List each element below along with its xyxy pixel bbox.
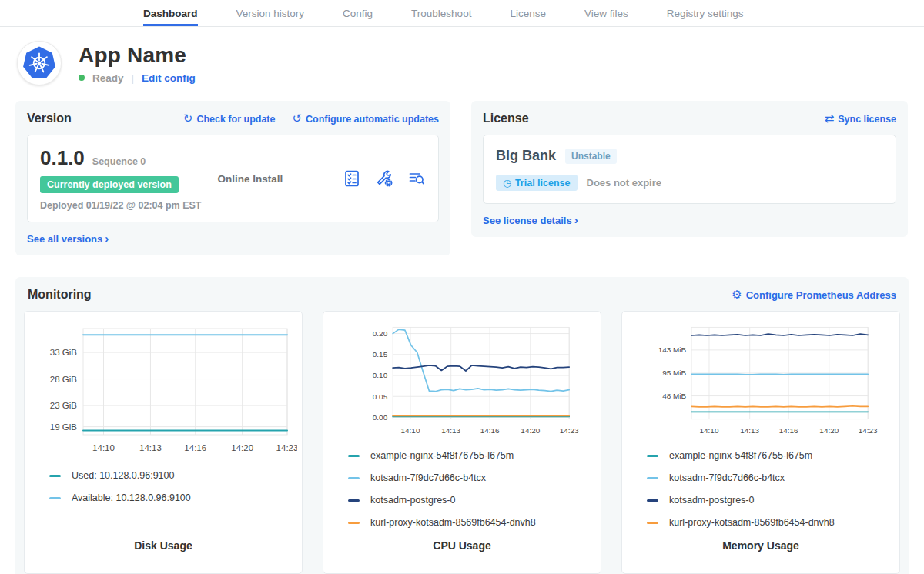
version-number: 0.1.0 xyxy=(40,146,85,170)
disk-usage-chart: 19 GiB23 GiB28 GiB33 GiB14:1014:1314:161… xyxy=(29,319,297,467)
license-card-title: License xyxy=(483,112,529,125)
license-card: License ⇄Sync license Big Bank Unstable … xyxy=(471,101,908,237)
gear-icon: ⚙ xyxy=(732,288,742,301)
chevron-right-icon: › xyxy=(105,232,109,245)
deployed-timestamp: Deployed 01/19/22 @ 02:04 pm EST xyxy=(40,200,217,211)
legend-item: Used: 10.128.0.96:9100 xyxy=(49,470,297,481)
edit-config-wrench-icon[interactable] xyxy=(375,169,393,188)
svg-text:28 GiB: 28 GiB xyxy=(50,375,77,384)
trial-license-badge: ◷Trial license xyxy=(496,175,578,191)
configure-auto-updates-link[interactable]: ↺Configure automatic updates xyxy=(292,112,439,125)
svg-text:95 MiB: 95 MiB xyxy=(662,369,686,377)
monitoring-title: Monitoring xyxy=(28,288,92,302)
svg-text:0.20: 0.20 xyxy=(373,329,388,338)
svg-text:14:16: 14:16 xyxy=(184,443,206,452)
legend-item: kotsadm-postgres-0 xyxy=(647,495,895,506)
see-license-details-link[interactable]: See license details› xyxy=(483,215,578,226)
legend-color-dash xyxy=(647,522,658,524)
legend-item: kotsadm-7f9dc7d66c-b4tcx xyxy=(647,472,895,483)
channel-badge: Unstable xyxy=(565,149,617,164)
cpu-usage-chart-card: 0.000.050.100.150.2014:1014:1314:1614:20… xyxy=(323,311,601,574)
legend-label: kurl-proxy-kotsadm-8569fb6454-dnvh8 xyxy=(370,517,536,528)
refresh-icon: ↻ xyxy=(183,112,193,125)
edit-config-link[interactable]: Edit config xyxy=(142,72,196,84)
memory-usage-chart: 48 MiB95 MiB143 MiB14:1014:1314:1614:201… xyxy=(627,319,895,447)
svg-text:14:20: 14:20 xyxy=(521,426,540,435)
svg-text:143 MiB: 143 MiB xyxy=(658,345,687,354)
top-tab-bar: Dashboard Version history Config Trouble… xyxy=(0,0,924,27)
deploy-logs-icon[interactable] xyxy=(407,169,426,188)
legend-item: kurl-proxy-kotsadm-8569fb6454-dnvh8 xyxy=(348,517,596,528)
legend-label: Available: 10.128.0.96:9100 xyxy=(72,492,191,503)
svg-text:14:16: 14:16 xyxy=(779,426,798,435)
check-for-update-link[interactable]: ↻Check for update xyxy=(183,112,276,125)
see-all-versions-link[interactable]: See all versions› xyxy=(27,233,109,245)
svg-text:0.00: 0.00 xyxy=(373,413,388,422)
preflight-checks-icon[interactable] xyxy=(343,169,361,188)
legend-color-dash xyxy=(49,475,61,477)
svg-text:14:20: 14:20 xyxy=(819,426,839,435)
divider: | xyxy=(132,72,135,84)
tab-license[interactable]: License xyxy=(510,0,546,26)
tab-config[interactable]: Config xyxy=(343,0,373,26)
disk-usage-legend: Used: 10.128.0.96:9100Available: 10.128.… xyxy=(29,467,297,539)
chart-title: CPU Usage xyxy=(328,539,596,562)
svg-text:14:13: 14:13 xyxy=(740,426,759,435)
kubernetes-icon xyxy=(22,45,57,81)
sync-arrows-icon: ⇄ xyxy=(825,112,835,125)
svg-text:23 GiB: 23 GiB xyxy=(50,401,77,410)
legend-label: kotsadm-7f9dc7d66c-b4tcx xyxy=(370,472,486,483)
legend-item: example-nginx-54f8f76755-l675m xyxy=(647,450,895,461)
cpu-usage-chart: 0.000.050.100.150.2014:1014:1314:1614:20… xyxy=(328,319,596,447)
chart-title: Memory Usage xyxy=(627,539,895,562)
install-type-label: Online Install xyxy=(217,173,343,185)
cpu-usage-legend: example-nginx-54f8f76755-l675mkotsadm-7f… xyxy=(328,447,596,539)
legend-item: example-nginx-54f8f76755-l675m xyxy=(348,450,596,461)
svg-text:0.10: 0.10 xyxy=(373,371,388,379)
legend-item: Available: 10.128.0.96:9100 xyxy=(49,492,297,503)
version-card-title: Version xyxy=(27,112,72,125)
svg-text:33 GiB: 33 GiB xyxy=(50,348,77,357)
disk-usage-chart-card: 19 GiB23 GiB28 GiB33 GiB14:1014:1314:161… xyxy=(24,311,303,574)
svg-text:14:16: 14:16 xyxy=(480,426,500,435)
sequence-label: Sequence 0 xyxy=(92,156,146,167)
svg-text:14:23: 14:23 xyxy=(276,443,297,452)
legend-color-dash xyxy=(348,477,360,479)
configure-prometheus-link[interactable]: ⚙Configure Prometheus Address xyxy=(732,288,896,302)
app-header: App Name Ready | Edit config xyxy=(0,27,924,93)
memory-usage-chart-card: 48 MiB95 MiB143 MiB14:1014:1314:1614:201… xyxy=(621,311,900,574)
legend-color-dash xyxy=(348,522,360,524)
status-text: Ready xyxy=(92,72,124,84)
tab-view-files[interactable]: View files xyxy=(584,0,628,26)
tab-troubleshoot[interactable]: Troubleshoot xyxy=(411,0,471,26)
legend-color-dash xyxy=(348,499,360,502)
tab-dashboard[interactable]: Dashboard xyxy=(143,0,198,26)
sync-license-link[interactable]: ⇄Sync license xyxy=(825,112,896,125)
monitoring-section: Monitoring ⚙Configure Prometheus Address… xyxy=(15,277,909,574)
chart-title: Disk Usage xyxy=(29,539,297,562)
license-expiry: Does not expire xyxy=(587,177,662,189)
svg-text:19 GiB: 19 GiB xyxy=(50,422,77,432)
svg-text:14:10: 14:10 xyxy=(401,426,420,435)
legend-color-dash xyxy=(348,455,360,457)
svg-text:14:13: 14:13 xyxy=(139,443,162,452)
legend-color-dash xyxy=(49,497,61,499)
app-logo xyxy=(17,41,62,85)
status-dot xyxy=(79,75,85,81)
tab-version-history[interactable]: Version history xyxy=(236,0,305,26)
tab-registry-settings[interactable]: Registry settings xyxy=(667,0,744,26)
svg-text:14:23: 14:23 xyxy=(560,426,579,435)
svg-text:0.15: 0.15 xyxy=(373,350,388,359)
legend-label: example-nginx-54f8f76755-l675m xyxy=(669,450,812,461)
svg-text:14:13: 14:13 xyxy=(441,426,460,435)
svg-text:14:23: 14:23 xyxy=(859,426,878,435)
legend-color-dash xyxy=(647,499,658,502)
legend-item: kotsadm-postgres-0 xyxy=(348,495,596,506)
legend-label: example-nginx-54f8f76755-l675m xyxy=(370,450,514,461)
svg-text:14:10: 14:10 xyxy=(92,443,115,452)
deployed-version-badge: Currently deployed version xyxy=(40,176,179,193)
legend-label: kotsadm-postgres-0 xyxy=(669,495,754,506)
legend-label: Used: 10.128.0.96:9100 xyxy=(72,470,174,481)
legend-item: kotsadm-7f9dc7d66c-b4tcx xyxy=(348,472,596,483)
legend-item: kurl-proxy-kotsadm-8569fb6454-dnvh8 xyxy=(647,517,895,528)
